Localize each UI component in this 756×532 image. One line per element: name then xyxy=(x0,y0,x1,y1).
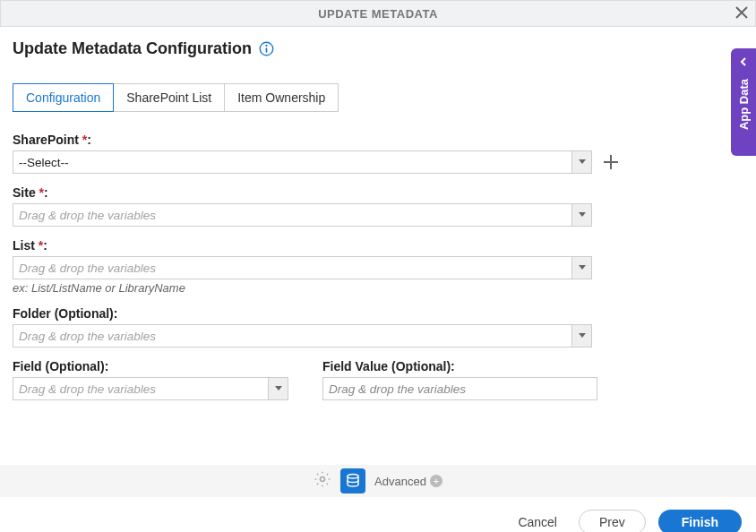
dropdown-placeholder: Drag & drop the variables xyxy=(13,204,571,226)
cancel-button[interactable]: Cancel xyxy=(509,510,566,532)
field-sharepoint: SharePoint *: --Select-- xyxy=(13,132,743,174)
app-data-label: App Data xyxy=(737,79,751,130)
database-icon[interactable] xyxy=(340,468,365,493)
site-dropdown[interactable]: Drag & drop the variables xyxy=(13,203,592,227)
content-pane: Update Metadata Configuration Configurat… xyxy=(0,27,756,400)
field-site: Site *: Drag & drop the variables xyxy=(13,184,743,227)
chevron-down-icon[interactable] xyxy=(571,204,591,226)
footer: Cancel Prev Finish xyxy=(0,497,756,532)
chevron-down-icon[interactable] xyxy=(571,257,591,279)
field-label: Folder (Optional): xyxy=(13,306,117,321)
list-dropdown[interactable]: Drag & drop the variables xyxy=(13,256,592,279)
svg-point-4 xyxy=(348,475,358,479)
chevron-down-icon[interactable] xyxy=(571,151,591,173)
tab-label: Configuration xyxy=(26,90,100,105)
tab-item-ownership[interactable]: Item Ownership xyxy=(224,83,339,112)
dropdown-placeholder: Drag & drop the variables xyxy=(13,378,268,399)
tab-sharepoint-list[interactable]: SharePoint List xyxy=(114,83,224,112)
chevron-down-icon[interactable] xyxy=(571,325,591,347)
field-label: Field (Optional): xyxy=(13,359,108,373)
configuration-form: SharePoint *: --Select-- Site *: Drag & … xyxy=(13,132,743,400)
dropdown-placeholder: Drag & drop the variables xyxy=(13,325,571,347)
gear-icon[interactable] xyxy=(314,470,331,492)
list-helper-text: ex: List/ListName or LibraryName xyxy=(13,281,743,295)
prev-button[interactable]: Prev xyxy=(579,510,646,532)
tab-label: SharePoint List xyxy=(126,90,211,105)
field-dropdown[interactable]: Drag & drop the variables xyxy=(13,377,288,400)
dropdown-selected-value: --Select-- xyxy=(13,151,571,173)
folder-dropdown[interactable]: Drag & drop the variables xyxy=(13,324,592,348)
modal-title: UPDATE METADATA xyxy=(318,7,438,21)
sharepoint-dropdown[interactable]: --Select-- xyxy=(13,150,592,174)
field-label: Site *: xyxy=(13,185,48,200)
chevron-down-icon[interactable] xyxy=(268,378,288,399)
field-label: Field Value (Optional): xyxy=(322,359,455,373)
field-folder: Folder (Optional): Drag & drop the varia… xyxy=(13,305,743,348)
heading-row: Update Metadata Configuration xyxy=(13,39,743,58)
tab-label: Item Ownership xyxy=(237,90,325,105)
finish-button[interactable]: Finish xyxy=(658,510,742,532)
info-icon[interactable] xyxy=(259,41,274,56)
advanced-link[interactable]: Advanced + xyxy=(374,475,442,488)
field-field-value: Field Value (Optional): Drag & drop the … xyxy=(322,358,597,400)
advanced-toolbar: Advanced + xyxy=(0,465,756,497)
field-field: Field (Optional): Drag & drop the variab… xyxy=(13,358,288,400)
expand-plus-icon: + xyxy=(430,475,442,487)
field-label: List *: xyxy=(13,238,47,253)
svg-point-3 xyxy=(321,477,325,482)
page-heading: Update Metadata Configuration xyxy=(13,39,252,58)
chevron-left-icon xyxy=(739,48,748,70)
dropdown-placeholder: Drag & drop the variables xyxy=(13,257,571,279)
svg-point-1 xyxy=(265,45,267,47)
svg-rect-2 xyxy=(266,47,268,52)
tab-bar: Configuration SharePoint List Item Owner… xyxy=(13,83,743,112)
app-data-pull-tab[interactable]: App Data xyxy=(731,48,756,156)
field-value-input[interactable]: Drag & drop the variables xyxy=(322,377,597,400)
close-icon[interactable] xyxy=(735,6,748,22)
modal-titlebar: UPDATE METADATA xyxy=(0,0,756,27)
field-list: List *: Drag & drop the variables ex: Li… xyxy=(13,237,743,295)
advanced-label: Advanced xyxy=(374,475,426,488)
field-label: SharePoint *: xyxy=(13,133,91,147)
tab-configuration[interactable]: Configuration xyxy=(13,83,114,112)
add-sharepoint-icon[interactable] xyxy=(603,154,619,170)
input-placeholder: Drag & drop the variables xyxy=(329,382,466,396)
field-pair-row: Field (Optional): Drag & drop the variab… xyxy=(13,358,743,400)
